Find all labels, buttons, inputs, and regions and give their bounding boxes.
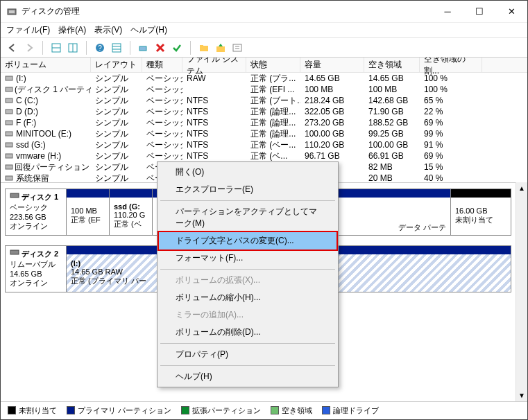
col-type[interactable]: 種類 — [142, 58, 182, 72]
menu-help[interactable]: ヘルプ(H) — [130, 24, 167, 36]
volume-row[interactable]: (I:)シンプルベーシックRAW正常 (プラ...14.65 GB14.65 G… — [1, 73, 527, 84]
folder-up-icon[interactable] — [214, 42, 227, 54]
volume-cell: NTFS — [182, 151, 246, 161]
volume-cell: 15 % — [420, 162, 482, 172]
volume-cell: 正常 (ブート... — [246, 95, 300, 107]
volume-cell: 100 % — [420, 85, 482, 94]
volume-icon — [5, 174, 15, 182]
forward-icon[interactable] — [23, 42, 35, 54]
menu-action[interactable]: 操作(A) — [58, 24, 86, 36]
detail-icon[interactable] — [110, 42, 123, 54]
volume-row[interactable]: ssd (G:)シンプルベーシックNTFS正常 (ベー...110.20 GB1… — [1, 139, 527, 150]
disk-management-window: ディスクの管理 ─ ☐ ✕ ファイル(F) 操作(A) 表示(V) ヘルプ(H)… — [0, 0, 528, 420]
menu-change-drive-letter[interactable]: ドライブ文字とパスの変更(C)... — [159, 232, 337, 250]
menu-format[interactable]: フォーマット(F)... — [159, 250, 337, 267]
volume-cell: 99 % — [420, 129, 482, 139]
volume-cell: シンプル — [91, 139, 142, 151]
minimize-button[interactable]: ─ — [432, 1, 463, 22]
svg-rect-27 — [6, 176, 12, 180]
maximize-button[interactable]: ☐ — [463, 1, 495, 22]
volume-cell: 100.00 GB — [364, 140, 420, 150]
delete-icon[interactable] — [154, 42, 167, 54]
disk-1-title: ディスク 1 — [22, 193, 58, 201]
partition[interactable]: 100 MB 正常 (EF — [67, 189, 110, 235]
scroll-down-icon[interactable]: ▼ — [516, 390, 527, 401]
volume-cell: (ディスク 1 パーティシ... — [1, 84, 91, 96]
volume-cell: 100 MB — [300, 85, 364, 94]
menu-open[interactable]: 開く(O) — [159, 164, 337, 181]
col-freepct[interactable]: 空き領域の割... — [420, 58, 482, 72]
volume-row[interactable]: vmware (H:)シンプルベーシックNTFS正常 (ベ...96.71 GB… — [1, 150, 527, 161]
properties-icon[interactable] — [231, 42, 244, 54]
volume-icon — [5, 85, 13, 94]
volume-row[interactable]: D (D:)シンプルベーシックNTFS正常 (論理...322.05 GB71.… — [1, 106, 527, 117]
close-button[interactable]: ✕ — [495, 1, 527, 22]
layout1-icon[interactable] — [50, 42, 62, 54]
volume-cell: 正常 (論理... — [246, 117, 300, 129]
menu-shrink-volume[interactable]: ボリュームの縮小(H)... — [159, 289, 337, 306]
col-capacity[interactable]: 容量 — [300, 58, 364, 72]
part-size: 16.00 GB — [455, 207, 487, 215]
col-filesystem[interactable]: ファイル システム — [182, 58, 246, 72]
volume-row[interactable]: C (C:)シンプルベーシックNTFS正常 (ブート...218.24 GB14… — [1, 95, 527, 106]
svg-rect-13 — [200, 45, 203, 47]
volume-row[interactable]: (ディスク 1 パーティシ...シンプルベーシック正常 (EFI ...100 … — [1, 84, 527, 95]
volume-cell: 100 MB — [364, 85, 420, 94]
check-icon[interactable] — [171, 42, 183, 54]
part-status: 正常 (EF — [71, 215, 105, 225]
folder-icon[interactable] — [198, 42, 210, 54]
help-icon[interactable]: ? — [94, 42, 106, 54]
menu-explorer[interactable]: エクスプローラー(E) — [159, 181, 337, 198]
volume-cell: ベーシック — [142, 95, 182, 107]
volume-cell: シンプル — [91, 95, 142, 107]
volume-cell: NTFS — [182, 107, 246, 116]
col-volume[interactable]: ボリューム — [1, 58, 91, 72]
toolbar: ? — [1, 38, 527, 58]
menu-mark-active[interactable]: パーティションをアクティブとしてマーク(M) — [159, 203, 337, 232]
col-layout[interactable]: レイアウト — [91, 58, 142, 72]
menu-file[interactable]: ファイル(F) — [6, 24, 50, 36]
volume-cell: vmware (H:) — [1, 151, 91, 161]
svg-rect-25 — [6, 154, 12, 158]
menu-view[interactable]: 表示(V) — [94, 24, 122, 36]
disk-icon — [10, 193, 19, 201]
scroll-up-icon[interactable]: ▲ — [516, 182, 527, 194]
wizard-icon[interactable] — [137, 42, 150, 54]
menu-separator — [160, 343, 335, 344]
volume-cell: シンプル — [91, 161, 142, 173]
svg-rect-29 — [10, 250, 19, 254]
svg-rect-11 — [139, 46, 146, 51]
volume-cell: NTFS — [182, 129, 246, 139]
volume-cell: 14.65 GB — [364, 73, 420, 83]
svg-rect-20 — [6, 98, 12, 103]
menu-properties[interactable]: プロパティ(P) — [159, 346, 337, 363]
volume-cell: シンプル — [91, 106, 142, 118]
col-status[interactable]: 状態 — [246, 58, 300, 72]
volume-icon — [5, 119, 15, 127]
volume-row[interactable]: MINITOOL (E:)シンプルベーシックNTFS正常 (論理...100.0… — [1, 128, 527, 139]
volume-row[interactable]: F (F:)シンプルベーシックNTFS正常 (論理...273.20 GB188… — [1, 117, 527, 128]
volume-cell: ベーシック — [142, 106, 182, 118]
col-free[interactable]: 空き領域 — [364, 58, 420, 72]
menu-help[interactable]: ヘルプ(H) — [159, 368, 337, 385]
disk-pane-scrollbar[interactable]: ▲ ▼ — [516, 182, 527, 401]
disk-2-size: 14.65 GB — [10, 270, 42, 278]
volume-cell: ssd (G:) — [1, 140, 91, 150]
disk-2-type: リムーバブル — [10, 260, 56, 268]
volume-cell: シンプル — [91, 150, 142, 162]
disk-2-title: ディスク 2 — [22, 250, 58, 258]
menu-add-mirror: ミラーの追加(A)... — [159, 306, 337, 324]
volume-cell: 系统保留 — [1, 173, 91, 183]
back-icon[interactable] — [6, 42, 19, 54]
menu-delete-volume[interactable]: ボリュームの削除(D)... — [159, 324, 337, 341]
layout2-icon[interactable] — [67, 42, 79, 54]
part-status: 正常 (ベ — [114, 219, 148, 229]
svg-text:?: ? — [98, 44, 102, 52]
partition-unallocated[interactable]: 16.00 GB 未割り当て — [451, 189, 511, 235]
disk-1-type: ベーシック — [10, 203, 48, 211]
svg-rect-1 — [9, 10, 15, 13]
disk-2-label: ディスク 2 リムーバブル 14.65 GB オンライン — [6, 246, 67, 292]
volume-cell: D (D:) — [1, 107, 91, 116]
partition[interactable]: ssd (G: 110.20 G 正常 (ベ — [110, 189, 153, 235]
volume-icon — [5, 163, 13, 171]
